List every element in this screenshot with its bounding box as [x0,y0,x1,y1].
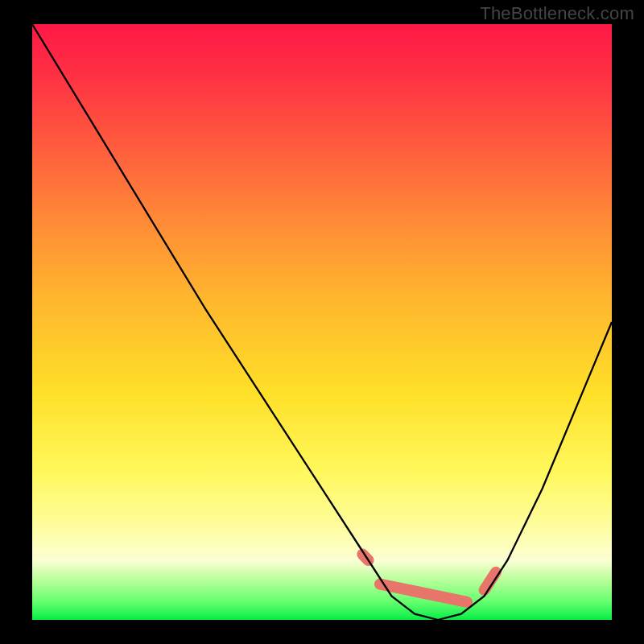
highlight-markers [362,555,496,602]
watermark-text: TheBottleneck.com [480,3,634,24]
curve-path [32,24,612,620]
plot-area [32,24,612,620]
highlight-segment [380,584,467,602]
chart-frame: TheBottleneck.com [0,0,644,644]
chart-svg [32,24,612,620]
